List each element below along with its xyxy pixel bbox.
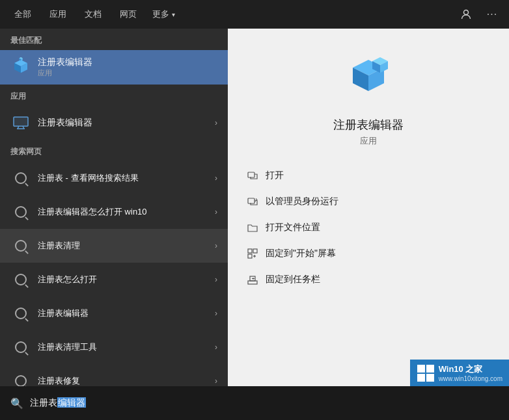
- chevron-3: ›: [215, 275, 217, 284]
- action-list: 打开 以管理员身份运行: [228, 163, 509, 293]
- chevron-6: ›: [215, 376, 217, 386]
- search-icon-2: [10, 235, 31, 256]
- right-panel: 注册表编辑器 应用 打开: [228, 29, 509, 386]
- person-icon: [461, 9, 471, 20]
- pin-start-icon: [246, 247, 259, 260]
- web-item-1[interactable]: 注册表编辑器怎么打开 win10 ›: [0, 195, 228, 229]
- svg-rect-30: [426, 365, 434, 373]
- chevron-1: ›: [215, 207, 217, 217]
- app-chevron-icon: ›: [215, 118, 217, 127]
- search-icon-4: [10, 303, 31, 324]
- chevron-0: ›: [215, 174, 217, 183]
- best-match-text: 注册表编辑器 应用: [38, 57, 92, 78]
- chevron-down-icon: ▾: [172, 11, 175, 18]
- search-magnifier-icon: 🔍: [10, 397, 23, 410]
- svg-rect-8: [14, 117, 28, 126]
- action-open[interactable]: 打开: [241, 163, 496, 189]
- monitor-icon: [10, 112, 31, 133]
- search-input-area[interactable]: 🔍 注册表编辑器: [10, 397, 499, 410]
- admin-icon: [246, 195, 259, 208]
- app-type-label: 应用: [360, 135, 377, 147]
- more-options-btn[interactable]: ···: [480, 3, 504, 26]
- svg-rect-32: [426, 374, 434, 382]
- tab-docs[interactable]: 文档: [76, 0, 111, 29]
- open-icon: [246, 169, 259, 182]
- tab-more[interactable]: 更多 ▾: [146, 0, 182, 29]
- search-container: 全部 应用 文档 网页 更多 ▾ ··· 最佳匹配: [0, 0, 509, 420]
- tab-web[interactable]: 网页: [111, 0, 146, 29]
- pin-taskbar-icon: [246, 273, 259, 286]
- registry-editor-icon-large: [10, 57, 31, 78]
- search-cursor-highlight: 编辑器: [57, 397, 86, 408]
- search-icon-5: [10, 337, 31, 358]
- svg-rect-29: [417, 365, 425, 373]
- left-panel: 最佳匹配 注册表编辑器 应用: [0, 29, 228, 386]
- watermark: Win10 之家 www.win10xitong.com: [410, 360, 509, 386]
- search-icon-6: [10, 371, 31, 386]
- svg-rect-18: [248, 172, 255, 177]
- svg-point-0: [464, 10, 469, 15]
- web-item-5[interactable]: 注册表清理工具 ›: [0, 330, 228, 364]
- app-regedit-label: 注册表编辑器: [38, 117, 92, 129]
- chevron-2: ›: [215, 241, 217, 250]
- web-item-4[interactable]: 注册表编辑器 ›: [0, 296, 228, 330]
- main-content: 最佳匹配 注册表编辑器 应用: [0, 29, 509, 386]
- web-search-label: 搜索网页: [0, 140, 228, 161]
- bottom-bar: 🔍 注册表编辑器: [0, 386, 509, 420]
- top-bar: 全部 应用 文档 网页 更多 ▾ ···: [0, 0, 509, 29]
- svg-rect-31: [417, 374, 425, 382]
- action-file-location[interactable]: 打开文件位置: [241, 215, 496, 241]
- app-icon-large: [342, 55, 394, 107]
- search-icon-0: [10, 168, 31, 189]
- registry-editor-icon-xl: [342, 55, 394, 107]
- watermark-brand: Win10 之家: [439, 363, 502, 375]
- watermark-text-block: Win10 之家 www.win10xitong.com: [439, 363, 502, 382]
- web-item-0[interactable]: 注册表 - 查看网络搜索结果 ›: [0, 161, 228, 195]
- windows-logo-icon: [417, 364, 435, 382]
- apps-label: 应用: [0, 85, 228, 106]
- web-item-6[interactable]: 注册表修复 ›: [0, 364, 228, 386]
- svg-rect-22: [248, 254, 252, 258]
- search-icon-3: [10, 269, 31, 290]
- person-icon-btn[interactable]: [454, 3, 478, 26]
- tab-apps[interactable]: 应用: [40, 0, 76, 29]
- search-icon-1: [10, 202, 31, 222]
- web-item-2[interactable]: 注册表清理 ›: [0, 229, 228, 263]
- watermark-url: www.win10xitong.com: [439, 375, 502, 382]
- folder-icon: [246, 221, 259, 234]
- app-regedit-item[interactable]: 注册表编辑器 ›: [0, 106, 228, 140]
- top-bar-right: ···: [454, 3, 504, 26]
- chevron-5: ›: [215, 343, 217, 352]
- svg-rect-20: [248, 249, 252, 253]
- monitor-icon-svg: [13, 116, 29, 129]
- best-match-item[interactable]: 注册表编辑器 应用: [0, 50, 228, 85]
- best-match-label: 最佳匹配: [0, 29, 228, 50]
- regedit-icon-best: [10, 57, 31, 78]
- svg-rect-21: [253, 249, 257, 253]
- web-item-3[interactable]: 注册表怎么打开 ›: [0, 263, 228, 296]
- search-input-text: 注册表编辑器: [30, 397, 86, 409]
- app-name-large: 注册表编辑器: [333, 117, 404, 133]
- chevron-4: ›: [215, 309, 217, 318]
- action-pin-start[interactable]: 固定到"开始"屏幕: [241, 241, 496, 267]
- ellipsis-icon: ···: [487, 8, 497, 20]
- svg-rect-19: [248, 198, 255, 203]
- svg-rect-25: [248, 281, 257, 284]
- action-pin-taskbar[interactable]: 固定到任务栏: [241, 267, 496, 293]
- tab-all[interactable]: 全部: [5, 0, 40, 29]
- action-admin[interactable]: 以管理员身份运行: [241, 189, 496, 215]
